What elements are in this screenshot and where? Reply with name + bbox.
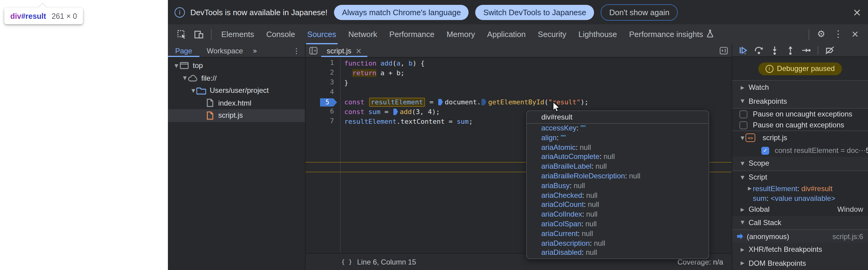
row-label: Breakpoints: [749, 97, 787, 106]
panel-tab-performance[interactable]: Performance: [383, 24, 441, 44]
tree-item-file-[interactable]: ▼file://: [168, 72, 305, 84]
expander-icon[interactable]: ▶: [740, 247, 746, 252]
property-name: ariaBrailleRoleDescription: [541, 172, 625, 180]
property-value: null: [582, 229, 593, 238]
gutter-line-number[interactable]: 4: [306, 88, 340, 98]
inline-breakpoint-marker[interactable]: [393, 108, 398, 115]
inline-breakpoint-marker[interactable]: [482, 98, 487, 105]
step-out-icon[interactable]: [785, 46, 795, 55]
code-token: a + b;: [376, 69, 405, 77]
debugger-row-breakpoints[interactable]: ▼Breakpoints: [732, 94, 868, 108]
debugger-sidebar: i Debugger paused ▶Watch▼BreakpointsPaus…: [732, 44, 868, 270]
debugger-row-dom-breakpoints[interactable]: ▶DOM Breakpoints: [732, 256, 868, 270]
navigator-kebab-icon[interactable]: ⋮: [288, 44, 305, 57]
popup-property-row: ariaBrailleRoleDescription: null: [527, 172, 709, 181]
gutter-line-number[interactable]: 5: [306, 98, 340, 108]
panel-tab-memory[interactable]: Memory: [440, 24, 481, 44]
panel-tab-sources[interactable]: Sources: [301, 24, 342, 44]
panel-tab-lighthouse[interactable]: Lighthouse: [572, 24, 623, 44]
navigator-header: Page Workspace » ⋮: [168, 44, 305, 58]
dont-show-again-button[interactable]: Don't show again: [601, 4, 678, 20]
file-tab-scriptjs[interactable]: script.js ×: [321, 44, 367, 57]
expander-icon[interactable]: ▼: [740, 175, 746, 180]
expander-icon[interactable]: ▼: [740, 220, 746, 226]
debugger-row-script[interactable]: ▼Script: [732, 171, 868, 183]
step-over-icon[interactable]: [754, 46, 764, 55]
element-size-tooltip: div#result 261 × 0: [4, 8, 83, 24]
toggle-debugger-sidebar-icon[interactable]: [716, 44, 732, 57]
gutter-line-number[interactable]: 6: [306, 108, 340, 117]
resume-script-icon[interactable]: [738, 46, 748, 55]
file-tab-close-icon[interactable]: ×: [355, 47, 362, 55]
panel-tab-application[interactable]: Application: [481, 24, 532, 44]
switch-devtools-japanese-button[interactable]: Switch DevTools to Japanese: [475, 5, 594, 20]
breakpoint-flag[interactable]: 5: [320, 98, 337, 107]
tree-item-script-js[interactable]: script.js: [168, 109, 305, 122]
debugger-row-const-resultelement-doc-[interactable]: ✓const resultElement = doc⋯5: [732, 144, 868, 156]
expander-icon[interactable]: ▶: [740, 207, 746, 212]
expander-icon[interactable]: ▼: [740, 98, 746, 104]
infobar-close-icon[interactable]: ×: [853, 7, 862, 17]
panel-tab-security[interactable]: Security: [532, 24, 572, 44]
debugger-row--anonymous-[interactable]: (anonymous)script.js:6: [732, 230, 868, 243]
expander-icon[interactable]: ▶: [740, 261, 746, 266]
always-match-language-button[interactable]: Always match Chrome's language: [334, 5, 469, 20]
pretty-print-icon[interactable]: { }: [341, 259, 352, 265]
gutter-line-number[interactable]: 3: [306, 78, 340, 88]
gutter-line-number[interactable]: 7: [306, 117, 340, 127]
tree-item-index-html[interactable]: index.html: [168, 97, 305, 109]
property-name: align: [541, 133, 557, 142]
debugger-row-sum[interactable]: sum: <value unavailable>: [732, 193, 868, 203]
devtools-close-icon[interactable]: ×: [851, 30, 859, 39]
deactivate-breakpoints-icon[interactable]: [825, 46, 835, 55]
expander-icon[interactable]: ▶: [747, 186, 753, 191]
device-toolbar-icon[interactable]: [194, 29, 204, 39]
tree-expander-icon[interactable]: ▼: [182, 76, 188, 81]
property-value: null: [586, 191, 597, 199]
gutter-line-number[interactable]: 2: [306, 68, 340, 78]
file-icon: [205, 98, 215, 108]
expander-icon[interactable]: ▼: [740, 161, 746, 166]
debugger-row-script-js[interactable]: ▼<>script.js: [732, 131, 868, 144]
tab-page[interactable]: Page: [168, 44, 199, 57]
tree-item-top[interactable]: ▼top: [168, 59, 305, 72]
checkbox[interactable]: [740, 110, 747, 118]
debugger-row-resultelement[interactable]: ▶resultElement: div#result: [732, 183, 868, 193]
inline-breakpoint-marker[interactable]: [438, 98, 443, 105]
checkbox[interactable]: [740, 121, 747, 129]
file-tree: ▼top▼file://▼Users/user/projectindex.htm…: [168, 58, 305, 270]
debugger-row-watch[interactable]: ▶Watch: [732, 81, 868, 94]
debugger-row-call-stack[interactable]: ▼Call Stack: [732, 216, 868, 229]
expander-icon[interactable]: ▼: [740, 135, 746, 141]
tree-expander-icon[interactable]: ▼: [190, 88, 196, 93]
settings-gear-icon[interactable]: ⚙: [817, 30, 825, 39]
breakpoint-line-number: 5: [866, 146, 868, 155]
step-icon[interactable]: [801, 46, 811, 55]
navigator-pane: Page Workspace » ⋮ ▼top▼file://▼Users/us…: [168, 44, 306, 270]
panel-tab-console[interactable]: Console: [260, 24, 301, 44]
tree-expander-icon[interactable]: ▼: [173, 63, 179, 68]
panel-tab-network[interactable]: Network: [342, 24, 383, 44]
debugger-row-xhr-fetch-breakpoints[interactable]: ▶XHR/fetch Breakpoints: [732, 243, 868, 256]
code-token: ,: [400, 59, 408, 67]
property-value: null: [586, 248, 597, 257]
debugger-row-pause-on-uncaught-exceptions[interactable]: Pause on uncaught exceptions: [732, 109, 868, 120]
gutter-line-number[interactable]: 1: [306, 59, 340, 68]
tree-item-users-user-project[interactable]: ▼Users/user/project: [168, 84, 305, 97]
tab-workspace[interactable]: Workspace: [199, 44, 250, 57]
toggle-navigator-icon[interactable]: [306, 44, 321, 57]
panel-tab-elements[interactable]: Elements: [215, 24, 260, 44]
gutter[interactable]: 1234567: [306, 58, 341, 253]
step-into-icon[interactable]: [770, 46, 779, 55]
popup-property-list[interactable]: accessKey: ""align: ""ariaAtomic: nullar…: [527, 124, 709, 258]
more-tabs-icon[interactable]: »: [250, 44, 260, 57]
panel-tab-performance-insights[interactable]: Performance insights: [623, 24, 720, 44]
debugger-row-scope[interactable]: ▼Scope: [732, 156, 868, 170]
debugger-row-global[interactable]: ▶GlobalWindow: [732, 203, 868, 216]
debugger-row-pause-on-caught-exceptions[interactable]: Pause on caught exceptions: [732, 120, 868, 130]
popup-property-row: ariaColSpan: null: [527, 220, 709, 229]
expander-icon[interactable]: ▶: [740, 85, 746, 90]
checkbox[interactable]: ✓: [761, 147, 769, 154]
inspect-element-icon[interactable]: [177, 29, 187, 39]
more-options-kebab-icon[interactable]: ⋮: [834, 30, 843, 39]
